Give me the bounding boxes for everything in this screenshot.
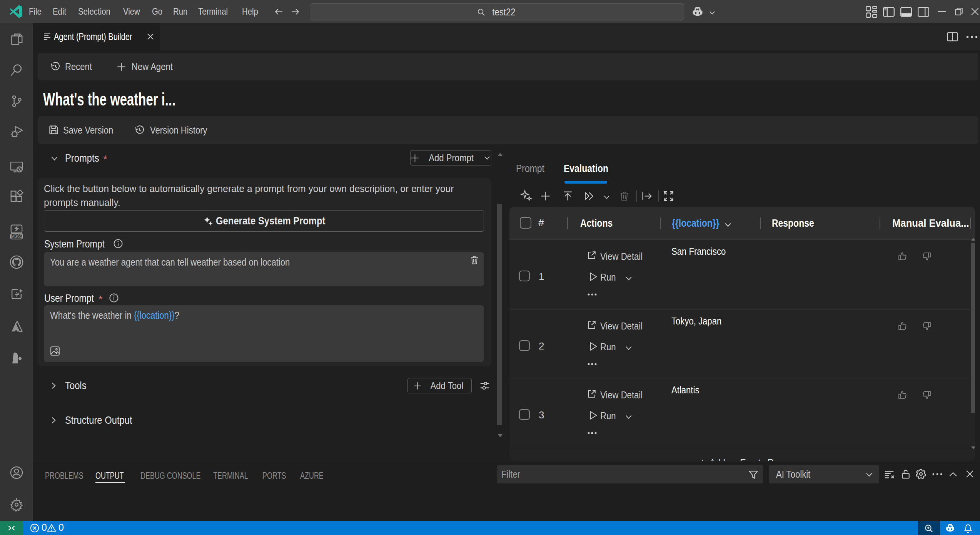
- svg-text:M365: M365: [11, 234, 22, 239]
